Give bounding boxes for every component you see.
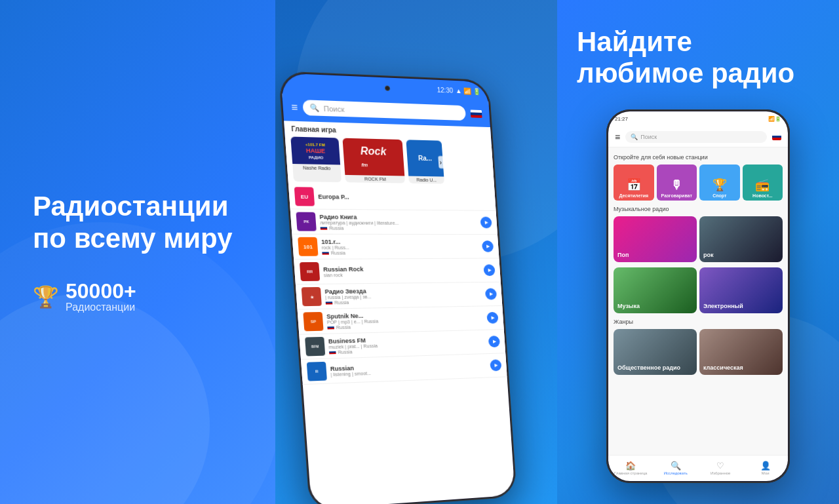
play-businessfm[interactable]: ▶ xyxy=(488,336,500,347)
dropdown-card-rockfm[interactable]: Rockfm ROCK FM xyxy=(342,138,405,184)
dropdown-list: EU Europa P... РК xyxy=(288,184,507,385)
music-pop[interactable]: Поп xyxy=(614,216,697,262)
search-dropdown: Главная игра +101.7 FM НАШЕ РАДИО Nashe xyxy=(284,121,507,385)
discover-label: Откройте для себя новые станции xyxy=(614,154,783,161)
nashe-label: Nashe Radio xyxy=(292,164,341,172)
nav-home[interactable]: 🏠 Главная страница xyxy=(608,461,654,475)
dli-russianrock[interactable]: RR Russian Rock sian rock ▶ xyxy=(294,258,501,284)
badge-row: 🏆 50000+ Радиостанции xyxy=(33,281,249,313)
sputnik-logo: SP xyxy=(303,312,323,331)
explore-icon: 🔍 xyxy=(671,461,681,471)
101-info: 101.r... rock | Russ... Russia xyxy=(321,238,479,255)
rockfm-logo: Rockfm xyxy=(342,138,404,176)
russianrock-info: Russian Rock sian rock xyxy=(323,265,480,277)
rockfm-label: ROCK FM xyxy=(345,175,405,184)
radiokniga-tags: литература | аудиокниги | literature... xyxy=(320,220,477,225)
nav-favorites[interactable]: ♡ Избранное xyxy=(698,461,743,475)
music-grid-row2: Музыка Электронный xyxy=(614,267,783,313)
explore-label: Исследовать xyxy=(664,471,688,475)
rp-content: Откройте для себя новые станции 📅 Десяти… xyxy=(608,147,788,461)
sport-icon: 🏆 xyxy=(712,178,727,192)
profile-icon: 👤 xyxy=(760,461,771,471)
europa-logo: EU xyxy=(294,187,315,206)
search-bar[interactable]: 🔍 Поиск xyxy=(303,100,466,121)
russian-logo: R xyxy=(307,362,327,381)
europa-name: Europa P... xyxy=(318,193,490,202)
genre-talk[interactable]: 🎙 Разговариват xyxy=(657,165,697,201)
rp-flag xyxy=(772,134,781,140)
play-101[interactable]: ▶ xyxy=(482,241,494,252)
rp-icons: 📶🔋 xyxy=(768,116,781,122)
badge-text-block: 50000+ Радиостанции xyxy=(66,281,136,313)
right-section: Найдите любимое радио 21:27 📶🔋 ≡ 🔍 Поиск xyxy=(557,0,839,504)
music-section-label: Музыкальное радио xyxy=(614,206,783,212)
featured-cards: +101.7 FM НАШЕ РАДИО Nashe Radio Rockfm xyxy=(285,134,495,187)
profile-label: Мои xyxy=(762,471,770,475)
rp-search-icon: 🔍 xyxy=(631,134,638,140)
muzika-label: Музыка xyxy=(617,303,640,309)
search-icon: 🔍 xyxy=(310,104,321,113)
phone-frame-left: 12:30 ▲ 📶 🔋 ≡ 🔍 Поиск xyxy=(279,71,517,504)
dropdown-card-nashe[interactable]: +101.7 FM НАШЕ РАДИО Nashe Radio xyxy=(290,136,341,182)
news-label: Новост... xyxy=(752,193,772,198)
rp-search[interactable]: 🔍 Поиск xyxy=(625,131,767,143)
genre-decades[interactable]: 📅 Десятилетия xyxy=(614,165,654,201)
genre-sport[interactable]: 🏆 Спорт xyxy=(699,165,740,201)
search-text: Поиск xyxy=(323,104,344,113)
101-name: 101.r... xyxy=(321,238,478,244)
play-russian[interactable]: ▶ xyxy=(490,359,501,371)
camera-dot xyxy=(385,85,391,90)
music-grid-row1: Поп рок xyxy=(614,216,783,262)
decades-icon: 📅 xyxy=(627,178,641,192)
music-rock[interactable]: рок xyxy=(699,216,783,262)
genre-public[interactable]: Общественное радио xyxy=(614,329,697,375)
left-phone: 12:30 ▲ 📶 🔋 ≡ 🔍 Поиск xyxy=(279,71,517,504)
rp-time: 21:27 xyxy=(615,116,628,122)
radiokniga-logo: РК xyxy=(296,212,316,231)
talk-label: Разговариват xyxy=(661,193,692,198)
play-radiokniga[interactable]: ▶ xyxy=(480,217,492,229)
dli-europa[interactable]: EU Europa P... xyxy=(288,184,496,211)
play-russianrock[interactable]: ▶ xyxy=(483,264,495,276)
zvezda-info: Радио Звезда | russia | zvезда | зв... R… xyxy=(324,286,482,305)
badge-count: 50000+ xyxy=(66,281,136,301)
dli-zvezda[interactable]: ★ Радио Звезда | russia | zvезда | зв...… xyxy=(296,282,502,310)
sport-label: Спорт xyxy=(712,193,726,198)
russianrock-logo: RR xyxy=(300,262,320,281)
genre-bottom-grid: Общественное радио классическая xyxy=(614,329,783,375)
russian-info: Russian | listening | smoot... xyxy=(330,360,487,376)
dli-radiokniga[interactable]: РК Радио Книга литература | аудиокниги |… xyxy=(290,209,498,235)
radiokniga-info: Радио Книга литература | аудиокниги | li… xyxy=(319,213,477,230)
businessfm-logo: BFM xyxy=(305,337,325,357)
right-phone-wrapper: 21:27 📶🔋 ≡ 🔍 Поиск xyxy=(577,109,819,504)
nav-explore[interactable]: 🔍 Исследовать xyxy=(654,461,699,475)
decades-label: Десятилетия xyxy=(619,193,648,198)
home-icon: 🏠 xyxy=(625,461,636,471)
play-zvezda[interactable]: ▶ xyxy=(485,288,497,300)
phone-inner-left: 12:30 ▲ 📶 🔋 ≡ 🔍 Поиск xyxy=(281,73,515,504)
genre-news[interactable]: 📻 Новост... xyxy=(743,165,783,201)
rp-hamburger[interactable]: ≡ xyxy=(615,132,620,142)
left-section: Радиостанции по всему миру 🏆 50000+ Ради… xyxy=(0,0,275,504)
dli-101[interactable]: 101 101.r... rock | Russ... Russia xyxy=(292,235,499,260)
play-sputnik[interactable]: ▶ xyxy=(486,312,498,324)
nashe-logo: +101.7 FM НАШЕ РАДИО xyxy=(290,136,340,165)
right-phone: 21:27 📶🔋 ≡ 🔍 Поиск xyxy=(606,109,790,483)
music-muzika[interactable]: Музыка xyxy=(614,267,697,313)
right-title: Найдите любимое радио xyxy=(577,26,819,90)
radiou-label: Radio U... xyxy=(408,176,444,184)
nav-profile[interactable]: 👤 Мои xyxy=(743,461,789,475)
news-icon: 📻 xyxy=(755,178,770,192)
dropdown-card-radiou[interactable]: Ra... Radio U... › xyxy=(406,140,444,184)
genre-classical[interactable]: классическая xyxy=(699,329,783,375)
zvezda-logo: ★ xyxy=(302,287,322,306)
hamburger-icon[interactable]: ≡ xyxy=(291,101,298,113)
music-electronic[interactable]: Электронный xyxy=(699,267,783,313)
businessfm-info: Business FM muziek | prat... | Russia Ru… xyxy=(328,334,486,355)
bottom-nav: 🏠 Главная страница 🔍 Исследовать ♡ Избра… xyxy=(608,455,788,481)
favorites-icon: ♡ xyxy=(716,461,724,471)
phone-screen-left: ≡ 🔍 Поиск Рекомендовать xyxy=(282,94,515,504)
genres-section-label: Жанры xyxy=(614,319,783,325)
statusbar-time: 12:30 xyxy=(437,86,453,94)
genre-grid: 📅 Десятилетия 🎙 Разговариват 🏆 Спорт xyxy=(614,165,783,201)
